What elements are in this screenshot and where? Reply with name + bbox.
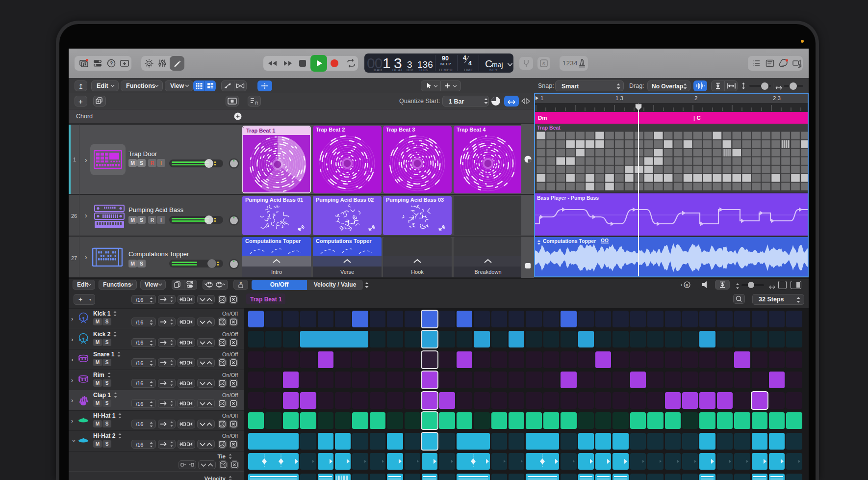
svg-text:·: ·: [708, 281, 710, 285]
svg-text:R: R: [686, 283, 689, 288]
svg-text:›: ›: [681, 282, 682, 288]
svg-text:R: R: [255, 101, 258, 106]
svg-text:?: ?: [110, 61, 113, 66]
svg-text:S: S: [542, 61, 545, 66]
